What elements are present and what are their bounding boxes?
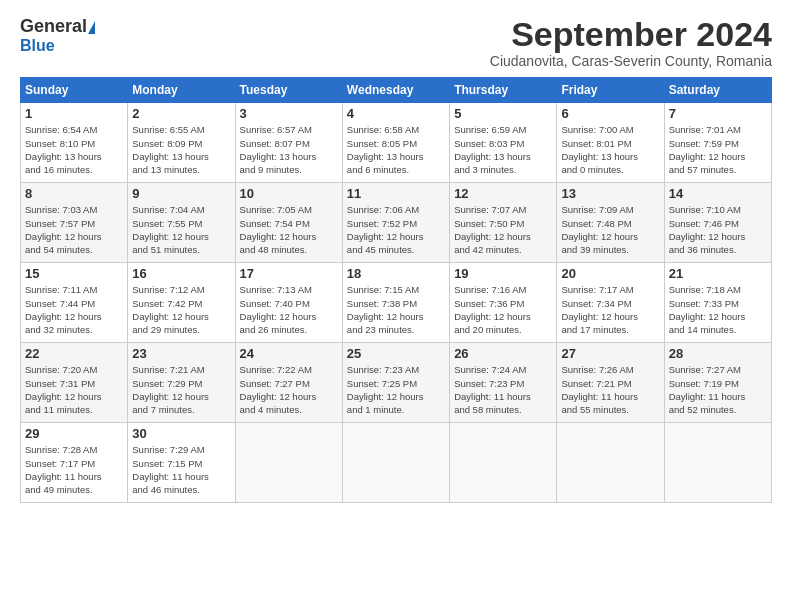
- day-info: Sunrise: 6:59 AM Sunset: 8:03 PM Dayligh…: [454, 123, 552, 176]
- day-number: 26: [454, 346, 552, 361]
- day-number: 4: [347, 106, 445, 121]
- week-row-1: 1Sunrise: 6:54 AM Sunset: 8:10 PM Daylig…: [21, 103, 772, 183]
- calendar-cell: 25Sunrise: 7:23 AM Sunset: 7:25 PM Dayli…: [342, 343, 449, 423]
- month-title: September 2024: [490, 16, 772, 53]
- day-number: 20: [561, 266, 659, 281]
- day-info: Sunrise: 7:01 AM Sunset: 7:59 PM Dayligh…: [669, 123, 767, 176]
- calendar-cell: 13Sunrise: 7:09 AM Sunset: 7:48 PM Dayli…: [557, 183, 664, 263]
- day-info: Sunrise: 7:05 AM Sunset: 7:54 PM Dayligh…: [240, 203, 338, 256]
- day-info: Sunrise: 7:28 AM Sunset: 7:17 PM Dayligh…: [25, 443, 123, 496]
- day-info: Sunrise: 7:18 AM Sunset: 7:33 PM Dayligh…: [669, 283, 767, 336]
- col-header-monday: Monday: [128, 78, 235, 103]
- day-number: 1: [25, 106, 123, 121]
- week-row-5: 29Sunrise: 7:28 AM Sunset: 7:17 PM Dayli…: [21, 423, 772, 503]
- col-header-sunday: Sunday: [21, 78, 128, 103]
- calendar-cell: 23Sunrise: 7:21 AM Sunset: 7:29 PM Dayli…: [128, 343, 235, 423]
- day-info: Sunrise: 7:13 AM Sunset: 7:40 PM Dayligh…: [240, 283, 338, 336]
- logo-triangle-icon: [88, 21, 95, 34]
- header: General Blue September 2024 Ciudanovita,…: [20, 16, 772, 69]
- day-number: 8: [25, 186, 123, 201]
- day-number: 27: [561, 346, 659, 361]
- calendar-cell: 3Sunrise: 6:57 AM Sunset: 8:07 PM Daylig…: [235, 103, 342, 183]
- day-number: 21: [669, 266, 767, 281]
- day-number: 9: [132, 186, 230, 201]
- calendar-cell: 22Sunrise: 7:20 AM Sunset: 7:31 PM Dayli…: [21, 343, 128, 423]
- week-row-3: 15Sunrise: 7:11 AM Sunset: 7:44 PM Dayli…: [21, 263, 772, 343]
- day-info: Sunrise: 7:16 AM Sunset: 7:36 PM Dayligh…: [454, 283, 552, 336]
- logo-general-text: General: [20, 16, 87, 37]
- day-info: Sunrise: 7:12 AM Sunset: 7:42 PM Dayligh…: [132, 283, 230, 336]
- day-number: 3: [240, 106, 338, 121]
- day-info: Sunrise: 7:06 AM Sunset: 7:52 PM Dayligh…: [347, 203, 445, 256]
- page-container: General Blue September 2024 Ciudanovita,…: [0, 0, 792, 513]
- calendar-cell: 1Sunrise: 6:54 AM Sunset: 8:10 PM Daylig…: [21, 103, 128, 183]
- col-header-saturday: Saturday: [664, 78, 771, 103]
- calendar-cell: 11Sunrise: 7:06 AM Sunset: 7:52 PM Dayli…: [342, 183, 449, 263]
- calendar-cell: 9Sunrise: 7:04 AM Sunset: 7:55 PM Daylig…: [128, 183, 235, 263]
- day-number: 16: [132, 266, 230, 281]
- day-number: 14: [669, 186, 767, 201]
- day-info: Sunrise: 7:27 AM Sunset: 7:19 PM Dayligh…: [669, 363, 767, 416]
- day-info: Sunrise: 7:11 AM Sunset: 7:44 PM Dayligh…: [25, 283, 123, 336]
- day-info: Sunrise: 7:03 AM Sunset: 7:57 PM Dayligh…: [25, 203, 123, 256]
- day-number: 29: [25, 426, 123, 441]
- day-number: 17: [240, 266, 338, 281]
- calendar-cell: 15Sunrise: 7:11 AM Sunset: 7:44 PM Dayli…: [21, 263, 128, 343]
- calendar-cell: [557, 423, 664, 503]
- calendar-cell: 6Sunrise: 7:00 AM Sunset: 8:01 PM Daylig…: [557, 103, 664, 183]
- day-number: 22: [25, 346, 123, 361]
- calendar-cell: 10Sunrise: 7:05 AM Sunset: 7:54 PM Dayli…: [235, 183, 342, 263]
- calendar-cell: 27Sunrise: 7:26 AM Sunset: 7:21 PM Dayli…: [557, 343, 664, 423]
- day-info: Sunrise: 7:09 AM Sunset: 7:48 PM Dayligh…: [561, 203, 659, 256]
- day-number: 30: [132, 426, 230, 441]
- week-row-2: 8Sunrise: 7:03 AM Sunset: 7:57 PM Daylig…: [21, 183, 772, 263]
- calendar-cell: [664, 423, 771, 503]
- calendar-table: SundayMondayTuesdayWednesdayThursdayFrid…: [20, 77, 772, 503]
- calendar-cell: 4Sunrise: 6:58 AM Sunset: 8:05 PM Daylig…: [342, 103, 449, 183]
- col-header-thursday: Thursday: [450, 78, 557, 103]
- title-block: September 2024 Ciudanovita, Caras-Severi…: [490, 16, 772, 69]
- calendar-cell: 20Sunrise: 7:17 AM Sunset: 7:34 PM Dayli…: [557, 263, 664, 343]
- location-title: Ciudanovita, Caras-Severin County, Roman…: [490, 53, 772, 69]
- calendar-cell: 29Sunrise: 7:28 AM Sunset: 7:17 PM Dayli…: [21, 423, 128, 503]
- calendar-cell: 16Sunrise: 7:12 AM Sunset: 7:42 PM Dayli…: [128, 263, 235, 343]
- day-info: Sunrise: 6:55 AM Sunset: 8:09 PM Dayligh…: [132, 123, 230, 176]
- day-number: 18: [347, 266, 445, 281]
- col-header-wednesday: Wednesday: [342, 78, 449, 103]
- calendar-cell: 5Sunrise: 6:59 AM Sunset: 8:03 PM Daylig…: [450, 103, 557, 183]
- day-number: 13: [561, 186, 659, 201]
- calendar-cell: [235, 423, 342, 503]
- day-info: Sunrise: 7:15 AM Sunset: 7:38 PM Dayligh…: [347, 283, 445, 336]
- calendar-cell: 30Sunrise: 7:29 AM Sunset: 7:15 PM Dayli…: [128, 423, 235, 503]
- day-number: 2: [132, 106, 230, 121]
- week-row-4: 22Sunrise: 7:20 AM Sunset: 7:31 PM Dayli…: [21, 343, 772, 423]
- day-info: Sunrise: 7:21 AM Sunset: 7:29 PM Dayligh…: [132, 363, 230, 416]
- header-row: SundayMondayTuesdayWednesdayThursdayFrid…: [21, 78, 772, 103]
- col-header-tuesday: Tuesday: [235, 78, 342, 103]
- calendar-cell: [342, 423, 449, 503]
- day-info: Sunrise: 7:17 AM Sunset: 7:34 PM Dayligh…: [561, 283, 659, 336]
- logo-blue-text: Blue: [20, 37, 55, 55]
- day-info: Sunrise: 7:04 AM Sunset: 7:55 PM Dayligh…: [132, 203, 230, 256]
- day-number: 7: [669, 106, 767, 121]
- calendar-cell: 24Sunrise: 7:22 AM Sunset: 7:27 PM Dayli…: [235, 343, 342, 423]
- calendar-cell: 14Sunrise: 7:10 AM Sunset: 7:46 PM Dayli…: [664, 183, 771, 263]
- day-info: Sunrise: 7:24 AM Sunset: 7:23 PM Dayligh…: [454, 363, 552, 416]
- day-info: Sunrise: 7:23 AM Sunset: 7:25 PM Dayligh…: [347, 363, 445, 416]
- day-number: 6: [561, 106, 659, 121]
- calendar-cell: 12Sunrise: 7:07 AM Sunset: 7:50 PM Dayli…: [450, 183, 557, 263]
- day-number: 23: [132, 346, 230, 361]
- col-header-friday: Friday: [557, 78, 664, 103]
- calendar-cell: 18Sunrise: 7:15 AM Sunset: 7:38 PM Dayli…: [342, 263, 449, 343]
- day-number: 15: [25, 266, 123, 281]
- calendar-cell: 19Sunrise: 7:16 AM Sunset: 7:36 PM Dayli…: [450, 263, 557, 343]
- day-number: 24: [240, 346, 338, 361]
- calendar-cell: [450, 423, 557, 503]
- day-info: Sunrise: 7:10 AM Sunset: 7:46 PM Dayligh…: [669, 203, 767, 256]
- day-number: 11: [347, 186, 445, 201]
- calendar-cell: 17Sunrise: 7:13 AM Sunset: 7:40 PM Dayli…: [235, 263, 342, 343]
- calendar-cell: 8Sunrise: 7:03 AM Sunset: 7:57 PM Daylig…: [21, 183, 128, 263]
- day-number: 28: [669, 346, 767, 361]
- day-info: Sunrise: 7:29 AM Sunset: 7:15 PM Dayligh…: [132, 443, 230, 496]
- day-info: Sunrise: 6:58 AM Sunset: 8:05 PM Dayligh…: [347, 123, 445, 176]
